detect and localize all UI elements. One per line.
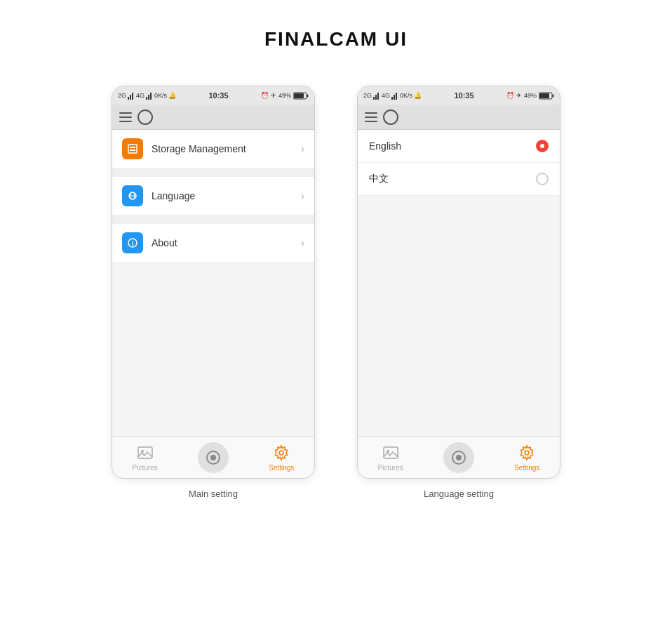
svg-rect-31 [384, 447, 398, 458]
english-label: English [369, 140, 401, 152]
signal-icon4 [391, 91, 398, 100]
phone1: 2G 4G 0K/s 🔔 10:35 [112, 86, 315, 479]
chinese-radio[interactable] [536, 173, 549, 185]
svg-rect-4 [148, 95, 149, 100]
tab-pictures[interactable]: Pictures [133, 443, 158, 472]
settings-tab-label2: Settings [514, 464, 539, 472]
tab-camera-center2[interactable] [443, 442, 474, 473]
tab-settings[interactable]: Settings [269, 443, 294, 472]
nav-circle[interactable] [137, 109, 153, 125]
phone1-status-left: 2G 4G 0K/s 🔔 [118, 91, 176, 100]
language-list: English 中文 [358, 130, 560, 196]
svg-rect-23 [375, 95, 377, 100]
svg-rect-8 [294, 93, 304, 98]
phone1-content: Storage Management › Language [112, 130, 314, 436]
settings-icon [271, 443, 291, 463]
gallery-icon [137, 445, 154, 460]
hamburger-icon[interactable] [119, 112, 132, 122]
signal-icon3 [373, 91, 380, 100]
pictures-icon2 [381, 443, 401, 463]
hamburger-icon2[interactable] [365, 112, 377, 122]
info-icon: i [127, 237, 138, 248]
svg-rect-29 [552, 94, 553, 97]
svg-rect-1 [130, 95, 131, 100]
svg-rect-5 [150, 93, 152, 100]
svg-point-21 [279, 451, 283, 455]
svg-rect-30 [539, 93, 549, 98]
english-radio[interactable] [536, 140, 549, 152]
about-icon-bg: i [122, 232, 143, 253]
phone1-status-right: ⏰ ✈ 49% [261, 92, 309, 100]
gear-icon2 [518, 444, 535, 461]
gear-icon [273, 444, 290, 461]
phone1-caption: Main setting [189, 489, 238, 499]
menu-list: Storage Management › Language [112, 130, 314, 262]
settings-tab-label: Settings [269, 464, 294, 472]
chevron-icon3: › [301, 237, 304, 248]
pictures-icon [135, 443, 155, 463]
page-title: FINALCAM UI [264, 28, 408, 51]
separator1 [112, 168, 314, 177]
chevron-icon2: › [301, 190, 304, 201]
svg-rect-25 [391, 97, 393, 100]
battery-icon [293, 92, 309, 100]
svg-point-35 [525, 451, 529, 455]
svg-rect-2 [132, 93, 133, 100]
svg-rect-22 [373, 97, 375, 100]
phone2-content: English 中文 [358, 130, 560, 436]
svg-rect-27 [396, 93, 397, 100]
phone2-status-bar: 2G 4G 0K/s 🔔 10:35 [358, 86, 560, 105]
menu-item-language[interactable]: Language › [112, 177, 314, 215]
phone2-wrapper: 2G 4G 0K/s 🔔 10:35 [357, 86, 560, 499]
svg-rect-3 [146, 97, 147, 100]
tab-pictures2[interactable]: Pictures [378, 443, 403, 472]
phone2-nav-bar [358, 105, 560, 130]
gallery-icon2 [382, 445, 399, 460]
menu-item-about[interactable]: i About › [112, 224, 314, 262]
svg-rect-9 [128, 145, 137, 153]
tab-settings2[interactable]: Settings [514, 443, 539, 472]
storage-icon [127, 143, 138, 154]
chinese-label: 中文 [369, 173, 389, 185]
language-icon [127, 190, 138, 201]
svg-rect-0 [128, 97, 129, 100]
camera-icon2 [451, 450, 466, 465]
phone1-tab-bar: Pictures Settings [112, 436, 314, 478]
tab-camera-center[interactable] [198, 442, 229, 473]
svg-rect-11 [130, 149, 135, 151]
phone2: 2G 4G 0K/s 🔔 10:35 [357, 86, 560, 479]
svg-rect-17 [138, 447, 152, 458]
phone2-caption: Language setting [424, 489, 494, 499]
about-label: About [152, 237, 301, 248]
svg-rect-7 [307, 94, 308, 97]
signal-icon2 [146, 91, 153, 100]
lang-item-english[interactable]: English [358, 130, 560, 163]
separator2 [112, 215, 314, 224]
svg-rect-26 [394, 95, 395, 100]
svg-rect-24 [377, 93, 379, 100]
svg-point-20 [210, 455, 216, 460]
language-label: Language [152, 190, 301, 201]
signal-icon [128, 91, 135, 100]
pictures-tab-label2: Pictures [378, 464, 403, 472]
battery-icon2 [539, 92, 554, 100]
storage-icon-bg [122, 138, 143, 159]
phone1-time: 10:35 [208, 91, 228, 100]
phone2-time: 10:35 [454, 91, 473, 100]
svg-text:i: i [132, 240, 134, 247]
chevron-icon: › [301, 143, 304, 154]
lang-item-chinese[interactable]: 中文 [358, 163, 560, 196]
pictures-tab-label: Pictures [133, 464, 158, 472]
phone2-status-right: ⏰ ✈ 49% [506, 92, 554, 100]
svg-point-34 [456, 455, 462, 460]
phone1-nav-bar [112, 105, 314, 130]
phone2-tab-bar: Pictures Settings [358, 436, 560, 478]
svg-rect-10 [130, 147, 135, 148]
phone1-status-bar: 2G 4G 0K/s 🔔 10:35 [112, 86, 314, 105]
phone1-wrapper: 2G 4G 0K/s 🔔 10:35 [112, 86, 315, 499]
camera-icon [206, 450, 221, 465]
nav-circle2[interactable] [383, 109, 398, 125]
storage-label: Storage Management [152, 143, 301, 154]
menu-item-storage[interactable]: Storage Management › [112, 130, 314, 168]
phone2-status-left: 2G 4G 0K/s 🔔 [363, 91, 422, 100]
